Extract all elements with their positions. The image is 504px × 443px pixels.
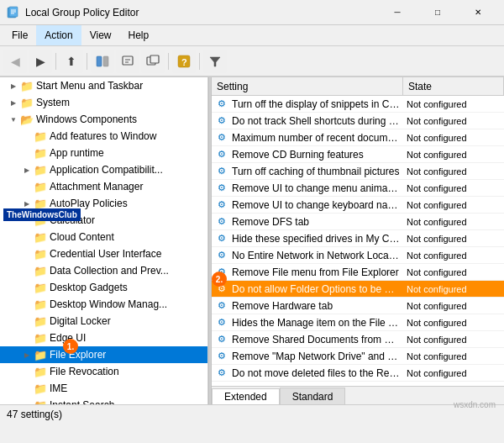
row-setting-text: Do not move deleted files to the Recycle… <box>232 367 400 379</box>
tree-item-attachment[interactable]: 📁 Attachment Manager <box>0 178 207 195</box>
row-setting: ⚙ Turn off caching of thumbnail pictures <box>212 165 403 178</box>
tree-item-edge-ui[interactable]: 📁 Edge UI <box>0 330 207 346</box>
show-hide-button[interactable] <box>91 50 114 73</box>
tree-item-file-explorer[interactable]: ▶ 📁 File Explorer <box>0 346 207 363</box>
table-row[interactable]: ⚙ Remove Hardware tab Not configured <box>212 298 504 314</box>
tree-item-windows-components[interactable]: ▼ 📂 Windows Components <box>0 111 207 128</box>
row-setting-text: Remove DFS tab <box>232 216 309 228</box>
menu-file[interactable]: File <box>3 25 36 45</box>
tab-extended[interactable]: Extended <box>212 388 280 404</box>
new-window-button[interactable] <box>141 50 165 73</box>
tree-item-app-runtime[interactable]: 📁 App runtime <box>0 145 207 161</box>
table-row[interactable]: ⚙ Turn off the display of snippets in Co… <box>212 96 504 113</box>
folder-icon: 📁 <box>34 147 47 160</box>
setting-icon: ⚙ <box>215 131 228 145</box>
table-row[interactable]: ⚙ Remove DFS tab Not configured <box>212 214 504 230</box>
th-setting-label: Setting <box>217 81 248 92</box>
tree-item-add-features[interactable]: 📁 Add features to Window <box>0 128 207 145</box>
tab-standard[interactable]: Standard <box>280 388 346 404</box>
folder-icon: 📁 <box>20 97 34 109</box>
table-row[interactable]: ⚙ Remove File menu from File Explorer No… <box>212 264 504 281</box>
row-setting-text: Remove CD Burning features <box>232 149 364 161</box>
tree-item-label: File Explorer <box>50 349 106 361</box>
row-state: Not configured <box>403 351 504 361</box>
menu-bar: File Action View Help <box>0 25 504 46</box>
folder-icon: 📁 <box>34 248 47 261</box>
table-row[interactable]: ⚙ Hides the Manage item on the File Expl… <box>212 314 504 331</box>
tree-item-cloud-content[interactable]: 📁 Cloud Content <box>0 229 207 245</box>
row-setting: ⚙ Do not track Shell shortcuts during ro… <box>212 114 403 128</box>
tree-item-ime[interactable]: 📁 IME <box>0 380 207 397</box>
tree-item-data-collection[interactable]: 📁 Data Collection and Prev... <box>0 262 207 279</box>
setting-icon: ⚙ <box>215 299 228 313</box>
forward-button[interactable]: ▶ <box>29 50 52 73</box>
close-button[interactable]: ✕ <box>459 0 497 25</box>
tree-item-desktop-gadgets[interactable]: 📁 Desktop Gadgets <box>0 279 207 296</box>
tree-item-label: Cloud Content <box>50 231 114 243</box>
table-row[interactable]: ⚙ Remove "Map Network Drive" and "Discon… <box>212 348 504 365</box>
toolbar-separator-1 <box>55 53 56 70</box>
menu-view[interactable]: View <box>81 25 120 45</box>
tree-item-calculator[interactable]: 📁 Calculator <box>0 212 207 229</box>
folder-icon: 📁 <box>34 366 47 378</box>
tree-item-autoplay[interactable]: ▶ 📁 AutoPlay Policies <box>0 195 207 212</box>
help-button[interactable]: ? <box>172 50 196 73</box>
row-setting-text: Turn off caching of thumbnail pictures <box>232 166 399 177</box>
folder-icon: 📁 <box>34 231 47 244</box>
toolbar-separator-3 <box>168 53 169 70</box>
svg-marker-14 <box>210 57 220 66</box>
tree-item-credential-ui[interactable]: 📁 Credential User Interface <box>0 245 207 262</box>
table-row[interactable]: ⚙ Hide these specified drives in My Comp… <box>212 230 504 247</box>
row-state: Not configured <box>403 217 504 227</box>
setting-icon: ⚙ <box>215 316 228 330</box>
properties-button[interactable] <box>116 50 139 73</box>
tree-item-system[interactable]: ▶ 📁 System <box>0 94 207 111</box>
table-row[interactable]: ⚙ Remove UI to change keyboard navigatio… <box>212 197 504 214</box>
tree-item-label: Attachment Manager <box>50 181 143 192</box>
tree-item-start-menu[interactable]: ▶ 📁 Start Menu and Taskbar <box>0 77 207 94</box>
tree-item-desktop-window[interactable]: 📁 Desktop Window Manag... <box>0 296 207 313</box>
up-button[interactable]: ⬆ <box>60 50 83 73</box>
row-setting: ⚙ Do not allow Folder Options to be open… <box>212 282 403 296</box>
table-row[interactable]: ⚙ Do not move deleted files to the Recyc… <box>212 365 504 382</box>
table-row[interactable]: ⚙ Turn off caching of thumbnail pictures… <box>212 163 504 180</box>
tree-item-app-compat[interactable]: ▶ 📁 Application Compatibilit... <box>0 161 207 178</box>
row-setting-text: Remove Shared Documents from My Com... <box>232 334 400 345</box>
row-setting-text: Remove UI to change keyboard navigation … <box>232 199 400 211</box>
svg-rect-11 <box>150 55 159 63</box>
menu-help[interactable]: Help <box>120 25 158 45</box>
table-header: Setting State <box>212 77 504 96</box>
th-state[interactable]: State <box>403 77 504 95</box>
tree-item-digital-locker[interactable]: 📁 Digital Locker <box>0 313 207 330</box>
folder-icon: 📁 <box>34 181 47 193</box>
folder-icon: 📁 <box>20 80 34 92</box>
row-state: Not configured <box>403 234 504 244</box>
tree-item-label: Desktop Window Manag... <box>50 298 167 310</box>
th-setting[interactable]: Setting <box>212 77 403 95</box>
svg-rect-6 <box>103 56 108 66</box>
filter-button[interactable] <box>203 50 227 73</box>
table-row[interactable]: ⚙ Remove UI to change menu animation set… <box>212 180 504 197</box>
row-setting: ⚙ Remove UI to change menu animation set… <box>212 182 403 195</box>
minimize-button[interactable]: ─ <box>378 0 417 25</box>
table-row-highlighted[interactable]: ⚙ Do not allow Folder Options to be open… <box>212 281 504 298</box>
row-setting: ⚙ No Entire Network in Network Locations <box>212 249 403 262</box>
folder-icon: 📁 <box>34 399 47 405</box>
tree-item-instant-search[interactable]: 📁 Instant Search <box>0 397 207 404</box>
table-row[interactable]: ⚙ Do not track Shell shortcuts during ro… <box>212 113 504 129</box>
menu-action[interactable]: Action <box>36 25 81 45</box>
setting-icon: ⚙ <box>215 232 228 245</box>
tree-item-label: Data Collection and Prev... <box>50 265 169 277</box>
table-row[interactable]: ⚙ Maximum number of recent documents Not… <box>212 129 504 146</box>
tree-item-file-revocation[interactable]: 📁 File Revocation <box>0 363 207 380</box>
table-row[interactable]: ⚙ Remove Shared Documents from My Com...… <box>212 331 504 348</box>
row-setting-text: Remove File menu from File Explorer <box>232 266 399 278</box>
row-setting-text: Remove "Map Network Drive" and "Discon..… <box>232 351 400 362</box>
row-setting: ⚙ Remove UI to change keyboard navigatio… <box>212 198 403 212</box>
settings-table: Setting State ⚙ Turn off the display of … <box>212 77 504 386</box>
row-setting-text: Remove Hardware tab <box>232 300 333 312</box>
table-row[interactable]: ⚙ Remove CD Burning features Not configu… <box>212 146 504 163</box>
table-row[interactable]: ⚙ No Entire Network in Network Locations… <box>212 247 504 264</box>
back-button[interactable]: ◀ <box>3 50 27 73</box>
maximize-button[interactable]: □ <box>418 0 457 25</box>
